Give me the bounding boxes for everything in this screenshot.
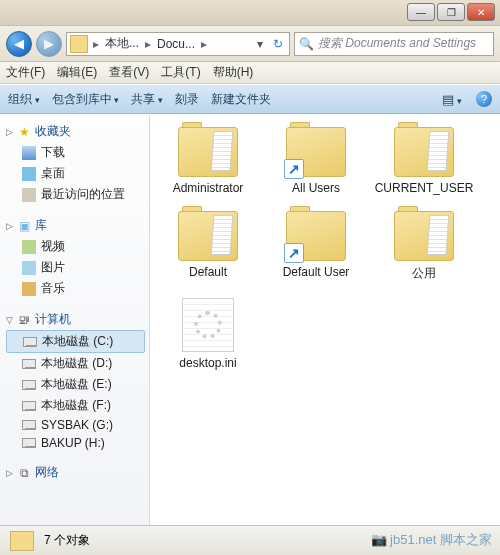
sidebar-item-label: 下载 — [41, 144, 65, 161]
sidebar-item-music[interactable]: 音乐 — [6, 278, 149, 299]
folder-icon: ↗ — [286, 127, 346, 177]
menu-help[interactable]: 帮助(H) — [213, 64, 254, 81]
address-dropdown-icon[interactable]: ▾ — [253, 37, 267, 51]
share-button[interactable]: 共享 — [131, 91, 163, 108]
sidebar-item-label: 音乐 — [41, 280, 65, 297]
sidebar-head-network[interactable]: ▷ ⧉ 网络 — [6, 462, 149, 483]
folder-icon: ↗ — [286, 211, 346, 261]
toolbar: 组织 包含到库中 共享 刻录 新建文件夹 ▤ ? — [0, 84, 500, 114]
gear-icon — [194, 311, 222, 339]
breadcrumb-sep-icon: ▸ — [91, 37, 101, 51]
back-button[interactable]: ◀ — [6, 31, 32, 57]
menu-edit[interactable]: 编辑(E) — [57, 64, 97, 81]
sidebar-group-favorites: ▷ ★ 收藏夹 下载 桌面 最近访问的位置 — [6, 121, 149, 205]
drive-icon — [22, 420, 36, 430]
address-bar[interactable]: ▸ 本地... ▸ Docu... ▸ ▾ ↻ — [66, 32, 290, 56]
new-folder-button[interactable]: 新建文件夹 — [211, 91, 271, 108]
chevron-down-icon: ▽ — [6, 315, 13, 325]
organize-button[interactable]: 组织 — [8, 91, 40, 108]
video-icon — [22, 240, 36, 254]
sidebar-item-drive[interactable]: 本地磁盘 (E:) — [6, 374, 149, 395]
sidebar-item-drive[interactable]: 本地磁盘 (F:) — [6, 395, 149, 416]
refresh-button[interactable]: ↻ — [267, 37, 289, 51]
sidebar-item-label: 最近访问的位置 — [41, 186, 125, 203]
sidebar-item-drive[interactable]: BAKUP (H:) — [6, 434, 149, 452]
sidebar-head-label: 收藏夹 — [35, 123, 71, 140]
sidebar-item-downloads[interactable]: 下载 — [6, 142, 149, 163]
music-icon — [22, 282, 36, 296]
drive-icon — [22, 401, 36, 411]
folder-icon — [70, 35, 88, 53]
window-buttons: — ❐ ✕ — [405, 3, 495, 21]
menubar: 文件(F) 编辑(E) 查看(V) 工具(T) 帮助(H) — [0, 62, 500, 84]
watermark: 📷 jb51.net 脚本之家 — [371, 531, 493, 549]
forward-button[interactable]: ▶ — [36, 31, 62, 57]
sidebar-head-label: 库 — [35, 217, 47, 234]
status-count: 7 个对象 — [44, 532, 90, 549]
desktop-icon — [22, 167, 36, 181]
burn-button[interactable]: 刻录 — [175, 91, 199, 108]
help-button[interactable]: ? — [476, 91, 492, 107]
sidebar-item-drive[interactable]: 本地磁盘 (C:) — [6, 330, 145, 353]
folder-item[interactable]: ↗Default User — [262, 211, 370, 282]
include-in-library-button[interactable]: 包含到库中 — [52, 91, 120, 108]
item-label: Default User — [262, 265, 370, 279]
star-icon: ★ — [17, 125, 31, 139]
folder-icon — [10, 531, 34, 551]
view-mode-button[interactable]: ▤ — [440, 92, 464, 107]
menu-file[interactable]: 文件(F) — [6, 64, 45, 81]
minimize-button[interactable]: — — [407, 3, 435, 21]
sidebar-item-recent[interactable]: 最近访问的位置 — [6, 184, 149, 205]
drive-icon — [22, 359, 36, 369]
sidebar-item-label: 本地磁盘 (C:) — [42, 333, 113, 350]
folder-item[interactable]: 公用 — [370, 211, 478, 282]
file-item[interactable]: desktop.ini — [154, 298, 262, 370]
folder-item[interactable]: Default — [154, 211, 262, 282]
menu-tools[interactable]: 工具(T) — [161, 64, 200, 81]
drive-icon — [22, 438, 36, 448]
search-icon: 🔍 — [299, 37, 314, 51]
search-placeholder: 搜索 Documents and Settings — [318, 35, 476, 52]
picture-icon — [22, 261, 36, 275]
item-label: All Users — [262, 181, 370, 195]
sidebar-item-label: SYSBAK (G:) — [41, 418, 113, 432]
item-label: desktop.ini — [154, 356, 262, 370]
sidebar-item-label: 桌面 — [41, 165, 65, 182]
computer-icon: 🖳 — [17, 313, 31, 327]
folder-icon — [394, 211, 454, 261]
folder-item[interactable]: ↗All Users — [262, 127, 370, 195]
folder-icon — [394, 127, 454, 177]
item-label: CURRENT_USER — [370, 181, 478, 195]
sidebar-item-label: 本地磁盘 (F:) — [41, 397, 111, 414]
sidebar-item-pictures[interactable]: 图片 — [6, 257, 149, 278]
chevron-right-icon: ▷ — [6, 468, 13, 478]
sidebar-item-drive[interactable]: 本地磁盘 (D:) — [6, 353, 149, 374]
breadcrumb-seg-1[interactable]: 本地... — [101, 35, 143, 52]
menu-view[interactable]: 查看(V) — [109, 64, 149, 81]
folder-item[interactable]: Administrator — [154, 127, 262, 195]
folder-icon — [178, 127, 238, 177]
breadcrumb-seg-2[interactable]: Docu... — [153, 37, 199, 51]
item-label: Default — [154, 265, 262, 279]
sidebar-item-drive[interactable]: SYSBAK (G:) — [6, 416, 149, 434]
sidebar-item-label: 本地磁盘 (D:) — [41, 355, 112, 372]
sidebar-item-desktop[interactable]: 桌面 — [6, 163, 149, 184]
folder-icon — [178, 211, 238, 261]
network-icon: ⧉ — [17, 466, 31, 480]
close-button[interactable]: ✕ — [467, 3, 495, 21]
sidebar-head-computer[interactable]: ▽ 🖳 计算机 — [6, 309, 149, 330]
folder-item[interactable]: CURRENT_USER — [370, 127, 478, 195]
sidebar-head-favorites[interactable]: ▷ ★ 收藏夹 — [6, 121, 149, 142]
item-label: 公用 — [370, 265, 478, 282]
items-view[interactable]: Administrator↗All UsersCURRENT_USERDefau… — [150, 115, 500, 525]
drive-icon — [22, 380, 36, 390]
navigation-pane: ▷ ★ 收藏夹 下载 桌面 最近访问的位置 ▷ ▣ 库 — [0, 115, 150, 525]
sidebar-item-videos[interactable]: 视频 — [6, 236, 149, 257]
shortcut-overlay-icon: ↗ — [284, 243, 304, 263]
sidebar-item-label: 视频 — [41, 238, 65, 255]
sidebar-head-libraries[interactable]: ▷ ▣ 库 — [6, 215, 149, 236]
chevron-right-icon: ▷ — [6, 221, 13, 231]
maximize-button[interactable]: ❐ — [437, 3, 465, 21]
search-input[interactable]: 🔍 搜索 Documents and Settings — [294, 32, 494, 56]
sidebar-head-label: 网络 — [35, 464, 59, 481]
